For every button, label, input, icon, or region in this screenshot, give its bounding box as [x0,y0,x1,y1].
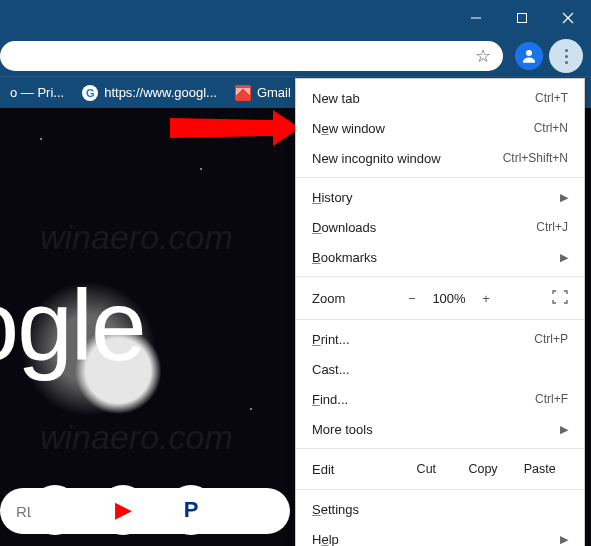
zoom-level: 100% [426,291,472,306]
menu-item-new-window[interactable]: New windowCtrl+N [296,113,584,143]
bookmark-item[interactable]: o — Pri... [10,85,64,100]
chevron-right-icon: ▶ [560,423,568,436]
bookmark-item[interactable]: Ghttps://www.googl... [82,85,217,101]
menu-label: Edit [312,462,398,477]
window-titlebar [0,0,591,36]
menu-separator [296,448,584,449]
menu-item-print[interactable]: Print...Ctrl+P [296,324,584,354]
menu-separator [296,276,584,277]
menu-label: Zoom [312,291,398,306]
svg-point-4 [526,50,532,56]
menu-item-incognito[interactable]: New incognito windowCtrl+Shift+N [296,143,584,173]
menu-label: New incognito window [312,151,503,166]
address-bar[interactable]: ☆ [0,41,503,71]
edit-cut-button[interactable]: Cut [398,462,455,476]
toolbar: ☆ [0,36,591,76]
chevron-right-icon: ▶ [560,251,568,264]
fullscreen-icon[interactable] [552,290,568,307]
menu-separator [296,319,584,320]
menu-shortcut: Ctrl+P [534,332,568,346]
bookmark-label: Gmail [257,85,291,100]
menu-label: History [312,190,560,205]
google-icon: G [82,85,98,101]
shortcut-youtube[interactable]: ▶ [98,485,148,535]
window-maximize-button[interactable] [499,0,545,36]
menu-shortcut: Ctrl+F [535,392,568,406]
menu-item-cast[interactable]: Cast... [296,354,584,384]
menu-separator [296,177,584,178]
menu-shortcut: Ctrl+N [534,121,568,135]
svg-rect-1 [518,14,527,23]
window-minimize-button[interactable] [453,0,499,36]
menu-label: Help [312,532,560,547]
shortcut-item[interactable] [30,485,80,535]
shortcuts-row: ▶ P [0,474,216,546]
zoom-in-button[interactable]: + [472,291,500,306]
menu-label: Print... [312,332,534,347]
chrome-menu: New tabCtrl+T New windowCtrl+N New incog… [295,78,585,546]
google-logo: oogle [0,268,145,383]
person-icon [520,47,538,65]
menu-label: Find... [312,392,535,407]
edit-paste-button[interactable]: Paste [511,462,568,476]
bookmark-item[interactable]: Gmail [235,85,291,101]
menu-label: Downloads [312,220,536,235]
menu-item-downloads[interactable]: DownloadsCtrl+J [296,212,584,242]
menu-item-find[interactable]: Find...Ctrl+F [296,384,584,414]
chevron-right-icon: ▶ [560,533,568,546]
zoom-out-button[interactable]: − [398,291,426,306]
chrome-menu-button[interactable] [549,39,583,73]
menu-label: New window [312,121,534,136]
menu-label: Cast... [312,362,568,377]
menu-shortcut: Ctrl+Shift+N [503,151,568,165]
chevron-right-icon: ▶ [560,191,568,204]
menu-item-help[interactable]: Help▶ [296,524,584,546]
bookmark-label: o — Pri... [10,85,64,100]
window-close-button[interactable] [545,0,591,36]
menu-item-new-tab[interactable]: New tabCtrl+T [296,83,584,113]
menu-item-settings[interactable]: Settings [296,494,584,524]
menu-label: Bookmarks [312,250,560,265]
edit-copy-button[interactable]: Copy [455,462,512,476]
menu-label: More tools [312,422,560,437]
menu-label: New tab [312,91,535,106]
gmail-icon [235,85,251,101]
menu-item-zoom: Zoom − 100% + [296,281,584,315]
menu-item-history[interactable]: History▶ [296,182,584,212]
profile-avatar-button[interactable] [515,42,543,70]
bookmark-star-icon[interactable]: ☆ [475,45,491,67]
vertical-dots-icon [565,49,568,64]
menu-item-more-tools[interactable]: More tools▶ [296,414,584,444]
menu-shortcut: Ctrl+J [536,220,568,234]
watermark: winaero.com [40,418,233,457]
menu-shortcut: Ctrl+T [535,91,568,105]
menu-item-bookmarks[interactable]: Bookmarks▶ [296,242,584,272]
menu-separator [296,489,584,490]
shortcut-paypal[interactable]: P [166,485,216,535]
menu-label: Settings [312,502,568,517]
bookmark-label: https://www.googl... [104,85,217,100]
watermark: winaero.com [40,218,233,257]
menu-item-edit: Edit Cut Copy Paste [296,453,584,485]
